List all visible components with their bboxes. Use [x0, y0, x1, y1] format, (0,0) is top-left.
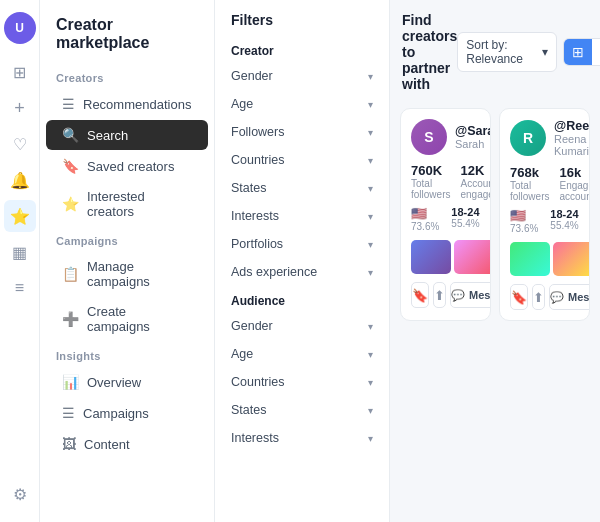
- cards-grid: S @Sarah Sarah 760K Total followers: [390, 100, 600, 329]
- share-button[interactable]: ⬆: [532, 284, 545, 310]
- stat-engaged: 16k Engaged accounts: [559, 165, 590, 202]
- filter-gender[interactable]: Gender ▾: [215, 62, 389, 90]
- grid-view-button[interactable]: ⊞: [564, 39, 592, 65]
- chevron-icon: ▾: [368, 349, 373, 360]
- audience-filter-age[interactable]: Age ▾: [215, 340, 389, 368]
- card-demographics: 🇺🇸 73.6% 18-24 55.4% Female 89.9%: [411, 206, 480, 232]
- campaigns-section-title: Campaigns: [40, 227, 214, 251]
- avatar[interactable]: U: [4, 12, 36, 44]
- message-button[interactable]: 💬 Message: [549, 284, 590, 310]
- recommendations-icon: ☰: [62, 96, 75, 112]
- sidebar-item-recommendations[interactable]: ☰ Recommendations: [46, 89, 208, 119]
- sidebar-item-campaigns[interactable]: ☰ Campaigns: [46, 398, 208, 428]
- card-photos: [411, 240, 480, 274]
- photo-thumb: [411, 240, 451, 274]
- demo-age: 18-24 55.4%: [451, 206, 479, 232]
- card-name-block: @Sarah Sarah: [455, 124, 491, 150]
- avatar: S: [411, 119, 447, 155]
- icon-sidebar: U ⊞ + ♡ 🔔 ⭐ ▦ ≡ ⚙: [0, 0, 40, 522]
- sidebar-item-create-campaigns[interactable]: ➕ Create campaigns: [46, 297, 208, 341]
- avatar: R: [510, 120, 546, 156]
- nav-icon-bell[interactable]: 🔔: [4, 164, 36, 196]
- filter-age[interactable]: Age ▾: [215, 90, 389, 118]
- photo-thumb: [510, 242, 550, 276]
- sidebar-item-search[interactable]: 🔍 Search: [46, 120, 208, 150]
- list-view-button[interactable]: ☰: [592, 39, 600, 65]
- overview-icon: 📊: [62, 374, 79, 390]
- message-button[interactable]: 💬 Message: [450, 282, 491, 308]
- nav-icon-star[interactable]: ⭐: [4, 200, 36, 232]
- view-toggle: ⊞ ☰: [563, 38, 600, 66]
- share-button[interactable]: ⬆: [433, 282, 446, 308]
- create-icon: ➕: [62, 311, 79, 327]
- audience-filter-gender[interactable]: Gender ▾: [215, 312, 389, 340]
- stat-followers: 760K Total followers: [411, 163, 450, 200]
- card-handle: @Sarah: [455, 124, 491, 138]
- photo-thumb: [454, 240, 491, 274]
- chevron-icon: ▾: [368, 211, 373, 222]
- filter-portfolios[interactable]: Portfolios ▾: [215, 230, 389, 258]
- nav-icon-add[interactable]: +: [4, 92, 36, 124]
- card-demographics: 🇺🇸 73.6% 18-24 55.4% Female 89.9%: [510, 208, 579, 234]
- card-actions: 🔖 ⬆ 💬 Message: [411, 282, 480, 308]
- creators-section-title: Creators: [40, 64, 214, 88]
- audience-filter-interests[interactable]: Interests ▾: [215, 424, 389, 452]
- filter-ads-experience[interactable]: Ads experience ▾: [215, 258, 389, 286]
- app-title: Creator marketplace: [40, 12, 214, 64]
- main-sidebar: Creator marketplace Creators ☰ Recommend…: [40, 0, 215, 522]
- nav-icon-heart[interactable]: ♡: [4, 128, 36, 160]
- message-icon: 💬: [550, 291, 564, 304]
- card-real-name: Reena Kumari: [554, 133, 590, 157]
- audience-filter-section: Audience: [215, 286, 389, 312]
- card-header: R @ReenaK Reena Kumari: [510, 119, 579, 157]
- card-actions: 🔖 ⬆ 💬 Message: [510, 284, 579, 310]
- sidebar-item-interested[interactable]: ⭐ Interested creators: [46, 182, 208, 226]
- card-photos: [510, 242, 579, 276]
- bookmark-button[interactable]: 🔖: [411, 282, 429, 308]
- sort-bar: Sort by: Relevance ▾ ⊞ ☰: [457, 32, 600, 72]
- chevron-icon: ▾: [368, 377, 373, 388]
- message-icon: 💬: [451, 289, 465, 302]
- sidebar-item-saved[interactable]: 🔖 Saved creators: [46, 151, 208, 181]
- photo-thumb: [553, 242, 590, 276]
- creator-card-sarah: S @Sarah Sarah 760K Total followers: [400, 108, 491, 321]
- audience-filter-states[interactable]: States ▾: [215, 396, 389, 424]
- campaigns-icon: ☰: [62, 405, 75, 421]
- filter-states[interactable]: States ▾: [215, 174, 389, 202]
- card-real-name: Sarah: [455, 138, 491, 150]
- demo-age: 18-24 55.4%: [550, 208, 578, 234]
- audience-filter-countries[interactable]: Countries ▾: [215, 368, 389, 396]
- dropdown-chevron: ▾: [542, 45, 548, 59]
- chevron-icon: ▾: [368, 267, 373, 278]
- demo-flag: 🇺🇸 73.6%: [411, 206, 439, 232]
- bookmark-icon: 🔖: [62, 158, 79, 174]
- filters-title: Filters: [215, 12, 389, 36]
- bookmark-button[interactable]: 🔖: [510, 284, 528, 310]
- card-handle: @ReenaK: [554, 119, 590, 133]
- chevron-icon: ▾: [368, 433, 373, 444]
- filter-interests[interactable]: Interests ▾: [215, 202, 389, 230]
- card-header: S @Sarah Sarah: [411, 119, 480, 155]
- results-header: Find creators to partner with Sort by: R…: [390, 0, 600, 100]
- filter-countries[interactable]: Countries ▾: [215, 146, 389, 174]
- insights-section-title: Insights: [40, 342, 214, 366]
- nav-icon-chart[interactable]: ▦: [4, 236, 36, 268]
- chevron-icon: ▾: [368, 239, 373, 250]
- nav-icon-home[interactable]: ⊞: [4, 56, 36, 88]
- chevron-icon: ▾: [368, 183, 373, 194]
- sidebar-item-overview[interactable]: 📊 Overview: [46, 367, 208, 397]
- sort-dropdown[interactable]: Sort by: Relevance ▾: [457, 32, 557, 72]
- chevron-icon: ▾: [368, 405, 373, 416]
- nav-icon-menu[interactable]: ≡: [4, 272, 36, 304]
- sidebar-item-manage-campaigns[interactable]: 📋 Manage campaigns: [46, 252, 208, 296]
- filters-panel: Filters Creator Gender ▾ Age ▾ Followers…: [215, 0, 390, 522]
- stat-followers: 768k Total followers: [510, 165, 549, 202]
- interested-icon: ⭐: [62, 196, 79, 212]
- chevron-icon: ▾: [368, 71, 373, 82]
- sidebar-item-content[interactable]: 🖼 Content: [46, 429, 208, 459]
- search-icon: 🔍: [62, 127, 79, 143]
- main-layout: Filters Creator Gender ▾ Age ▾ Followers…: [215, 0, 600, 522]
- chevron-icon: ▾: [368, 99, 373, 110]
- nav-icon-settings[interactable]: ⚙: [4, 478, 36, 510]
- filter-followers[interactable]: Followers ▾: [215, 118, 389, 146]
